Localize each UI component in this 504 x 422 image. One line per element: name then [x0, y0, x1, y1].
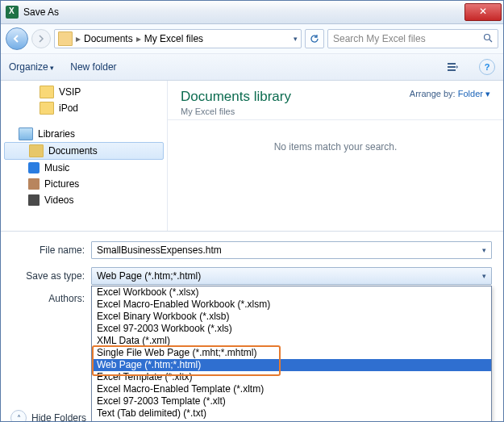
refresh-icon	[310, 34, 319, 44]
breadcrumb-seg-myexcel[interactable]: My Excel files	[144, 33, 203, 44]
tree-item-label: iPod	[59, 102, 78, 114]
body-area: VSIP iPod Libraries Documents Music Pict…	[1, 81, 503, 231]
tree-item-label: Music	[44, 162, 69, 173]
tree-item-vsip[interactable]: VSIP	[1, 84, 167, 100]
back-button[interactable]	[6, 27, 28, 50]
arrow-right-icon	[37, 35, 45, 43]
excel-icon	[6, 6, 19, 19]
arrange-label: Arrange by:	[410, 89, 456, 98]
save-as-type-combo[interactable]: Web Page (*.htm;*.html) ▾	[91, 267, 492, 285]
close-button[interactable]: ✕	[464, 3, 502, 21]
chevron-up-icon: ˄	[10, 410, 27, 422]
tree-item-ipod[interactable]: iPod	[1, 100, 167, 116]
type-option[interactable]: XML Data (*.xml)	[92, 335, 491, 347]
tree-item-label: Videos	[44, 194, 73, 206]
form-area: File name: SmallBusinessExpenses.htm ▾ S…	[1, 231, 503, 422]
chevron-right-icon: ▸	[76, 33, 81, 44]
tree-item-label: VSIP	[59, 86, 81, 98]
libraries-icon	[19, 127, 33, 140]
filename-value: SmallBusinessExpenses.htm	[97, 244, 222, 256]
hide-folders-label: Hide Folders	[31, 412, 86, 422]
empty-message: No items match your search.	[168, 120, 503, 231]
authors-label: Authors:	[12, 293, 91, 304]
type-option[interactable]: Excel 97-2003 Template (*.xlt)	[92, 395, 491, 407]
nav-bar: ▸ Documents ▸ My Excel files ▾ Search My…	[1, 24, 503, 54]
search-placeholder: Search My Excel files	[333, 33, 426, 44]
tree-item-videos[interactable]: Videos	[1, 192, 167, 208]
organize-button[interactable]: Organize	[9, 61, 54, 73]
tree-item-pictures[interactable]: Pictures	[1, 176, 167, 192]
search-icon	[483, 33, 493, 45]
documents-icon	[29, 144, 44, 157]
chevron-down-icon[interactable]: ▾	[482, 272, 486, 280]
library-title: Documents library	[181, 89, 291, 105]
type-option-selected[interactable]: Web Page (*.htm;*.html)	[92, 359, 491, 371]
tree-item-label: Documents	[48, 145, 98, 157]
svg-rect-4	[448, 69, 456, 71]
music-icon	[28, 162, 40, 173]
view-options-button[interactable]	[444, 57, 463, 77]
tree-group-libraries[interactable]: Libraries	[1, 126, 167, 142]
svg-rect-3	[448, 66, 456, 68]
navigation-tree[interactable]: VSIP iPod Libraries Documents Music Pict…	[1, 81, 168, 231]
filename-input[interactable]: SmallBusinessExpenses.htm ▾	[91, 241, 492, 259]
content-pane: Documents library My Excel files Arrange…	[168, 81, 503, 231]
title-bar: Save As ✕	[1, 1, 503, 24]
type-option[interactable]: Single File Web Page (*.mht;*.mhtml)	[92, 347, 491, 359]
svg-point-0	[485, 34, 490, 40]
hide-folders-button[interactable]: ˄ Hide Folders	[10, 410, 86, 422]
type-option[interactable]: Excel Macro-Enabled Template (*.xltm)	[92, 383, 491, 395]
folder-icon	[58, 31, 73, 46]
breadcrumb[interactable]: ▸ Documents ▸ My Excel files ▾	[54, 29, 302, 48]
tree-item-label: Pictures	[44, 178, 79, 190]
type-option[interactable]: Excel Macro-Enabled Workbook (*.xlsm)	[92, 299, 491, 311]
refresh-button[interactable]	[305, 29, 324, 48]
tree-item-music[interactable]: Music	[1, 160, 167, 176]
type-option[interactable]: Excel Workbook (*.xlsx)	[92, 286, 491, 299]
type-option[interactable]: Excel Binary Workbook (*.xlsb)	[92, 311, 491, 323]
chevron-down-icon[interactable]: ▾	[294, 35, 298, 43]
view-icon	[448, 62, 459, 72]
save-as-type-dropdown-list[interactable]: Excel Workbook (*.xlsx) Excel Macro-Enab…	[91, 286, 492, 422]
tree-item-documents[interactable]: Documents	[4, 142, 164, 160]
new-folder-button[interactable]: New folder	[70, 61, 116, 73]
search-input[interactable]: Search My Excel files	[327, 29, 498, 48]
pictures-icon	[28, 178, 40, 190]
chevron-down-icon[interactable]: ▾	[482, 246, 486, 254]
folder-icon	[40, 102, 54, 115]
arrange-by: Arrange by: Folder ▾	[410, 89, 490, 99]
filename-label: File name:	[12, 244, 91, 256]
type-option[interactable]: Excel Template (*.xltx)	[92, 371, 491, 383]
window-title: Save As	[23, 6, 464, 18]
arrange-dropdown[interactable]: Folder ▾	[458, 89, 490, 98]
svg-rect-2	[448, 63, 456, 65]
help-button[interactable]: ?	[479, 59, 495, 75]
arrow-left-icon	[12, 34, 22, 44]
library-subtitle: My Excel files	[181, 107, 291, 116]
save-as-type-label: Save as type:	[12, 270, 91, 282]
toolbar: Organize New folder ?	[1, 54, 503, 81]
videos-icon	[28, 194, 40, 206]
save-as-dialog: Save As ✕ ▸ Documents ▸ My Excel files ▾…	[0, 0, 504, 422]
type-option[interactable]: Text (Tab delimited) (*.txt)	[92, 407, 491, 420]
folder-icon	[40, 86, 54, 98]
forward-button[interactable]	[31, 29, 51, 48]
tree-group-label: Libraries	[38, 128, 75, 140]
type-option[interactable]: Excel 97-2003 Workbook (*.xls)	[92, 323, 491, 335]
content-header: Documents library My Excel files Arrange…	[168, 81, 503, 120]
save-as-type-value: Web Page (*.htm;*.html)	[97, 270, 201, 282]
breadcrumb-seg-documents[interactable]: Documents	[84, 33, 133, 44]
svg-line-1	[489, 40, 492, 42]
chevron-right-icon: ▸	[136, 33, 141, 44]
